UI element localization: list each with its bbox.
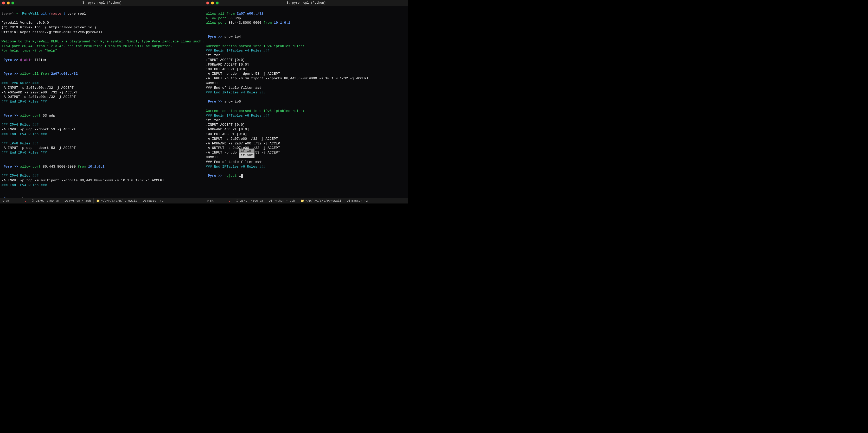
rules-begin: ### Begin IPTables v4 Rules ### — [206, 49, 270, 53]
terminal-content-right[interactable]: allow all from 2a07:e00::/32 allow port … — [204, 6, 408, 184]
close-icon[interactable] — [2, 2, 5, 4]
prompt-dir: PyreWall — [22, 12, 38, 16]
terminal-pane-right: 3. pyre repl (Python) allow all from 2a0… — [204, 0, 408, 198]
rules-line: COMMIT — [206, 155, 218, 159]
rules-line: -A OUTPUT -s 2a07:e00::/32 -j ACCEPT — [2, 95, 76, 99]
welcome-text: llow port 80,443 from 1.2.3.4", and the … — [2, 44, 173, 48]
rules-line: :OUTPUT ACCEPT [0:0] — [206, 132, 247, 136]
python-icon: ⎇ — [65, 199, 68, 203]
status-clock-value: 26/9, 3:59 am — [36, 199, 59, 203]
rules-line: :INPUT ACCEPT [0:0] — [206, 58, 245, 62]
repl-input: allow port — [20, 114, 43, 118]
status-folder[interactable]: 📁 ~/D/P/C/S/p/PyreWall — [298, 198, 344, 204]
rules-footer: ### End IPv4 Rules ### — [2, 132, 47, 136]
maximize-icon[interactable] — [11, 2, 14, 4]
rules-footer: ### End IPv6 Rules ### — [2, 100, 47, 103]
status-folder[interactable]: 📁 ~/D/P/C/S/p/PyreWall — [94, 198, 140, 204]
autocomplete-item[interactable]: if-out — [239, 153, 254, 158]
sparkline-icon — [10, 199, 26, 202]
git-label: git:( — [40, 12, 51, 16]
rules-line: -A FORWARD -s 2a07:e00::/32 -j ACCEPT — [206, 142, 282, 146]
branch-icon: ⎇ — [347, 199, 350, 203]
minimize-icon[interactable] — [7, 2, 10, 4]
repl-input-typed[interactable]: i — [239, 174, 241, 178]
rules-end: ### End IPTables v6 Rules ### — [206, 165, 266, 168]
repl-input: 80,443,8000-9000 — [43, 165, 78, 168]
cursor-icon — [241, 174, 243, 178]
rules-end: ### End IPTables v4 Rules ### — [206, 91, 266, 94]
status-lang: ⎇ Python • zsh — [266, 198, 298, 204]
status-branch[interactable]: ⎇ master ↑2 — [140, 198, 166, 204]
window-title: 3. pyre repl (Python) — [204, 1, 408, 5]
repl-input-ip: 2a07:e00::/32 — [51, 72, 78, 76]
titlebar-right: 3. pyre repl (Python) — [204, 0, 408, 6]
statusbar-left: ⚙ 7% ⏱ 26/9, 3:59 am ⎇ Python • zsh 📁 ~/… — [0, 198, 204, 204]
rules-line: -A INPUT -p tcp -m multiport --dports 80… — [206, 76, 368, 81]
rules-begin: ### Begin IPTables v6 Rules ### — [206, 114, 270, 118]
status-cpu-value: 6% — [210, 199, 214, 203]
section-header: Current session parsed into IPv4 iptable… — [206, 44, 305, 48]
status-folder-value: ~/D/P/C/S/p/PyreWall — [306, 199, 341, 203]
cpu-icon: ⚙ — [3, 199, 4, 203]
repl-prompt: Pyre >> — [4, 165, 18, 168]
repl-input: allow all from — [20, 72, 51, 76]
repl-input-ip: 10.1.0.1 — [88, 165, 104, 168]
close-icon[interactable] — [206, 2, 209, 4]
window-title: 3. pyre repl (Python) — [0, 1, 204, 5]
rules-line: -A INPUT -p tcp -m multiport --dports 80… — [2, 179, 164, 182]
venv-label: (venv) — [2, 12, 14, 16]
rules-line: -A INPUT -s 2a07:e00::/32 -j ACCEPT — [2, 86, 74, 90]
branch-icon: ⎇ — [143, 199, 146, 203]
repl-prompt: Pyre >> — [4, 72, 18, 76]
folder-icon: 📁 — [301, 199, 304, 203]
rules-line: ### End of table filter ### — [206, 160, 261, 164]
status-clock: ⏱ 26/9, 4:00 am — [233, 198, 266, 204]
repl-input: from — [78, 165, 88, 168]
rules-line: *filter — [206, 53, 220, 57]
repl-prompt: Pyre >> — [4, 58, 18, 62]
python-icon: ⎇ — [269, 199, 272, 203]
rules-line: -A INPUT -p udp --dport 53 -j ACCEPT — [206, 72, 280, 76]
terminal-pane-left: 3. pyre repl (Python) (venv) → PyreWall … — [0, 0, 204, 198]
repl-prompt: Pyre >> — [208, 174, 222, 178]
repl-input: 53 — [43, 114, 49, 118]
rules-line: -A FORWARD -s 2a07:e00::/32 -j ACCEPT — [2, 91, 78, 94]
repl-input: show ip6 — [224, 100, 241, 103]
rule-line: allow all from — [206, 12, 237, 16]
maximize-icon[interactable] — [216, 2, 219, 4]
status-cpu: ⚙ 6% — [204, 198, 233, 204]
rules-line: :FORWARD ACCEPT [0:0] — [206, 63, 249, 67]
welcome-text: For help, type \? or "help" — [2, 49, 57, 53]
rules-line: COMMIT — [206, 81, 218, 85]
status-clock-value: 26/9, 4:00 am — [240, 199, 263, 203]
rules-line: -A INPUT -p udp --dport 53 -j ACCEPT — [2, 127, 76, 131]
status-folder-value: ~/D/P/C/S/p/PyreWall — [101, 199, 137, 203]
clock-icon: ⏱ — [236, 199, 239, 203]
status-branch[interactable]: ⎇ master ↑2 — [344, 198, 370, 204]
banner-line: Official Repo: https://github.com/Privex… — [2, 30, 102, 34]
minimize-icon[interactable] — [211, 2, 214, 4]
folder-icon: 📁 — [96, 199, 100, 203]
rule-line: 53 udp — [228, 17, 241, 20]
shell-command: pyre repl — [67, 12, 86, 16]
rules-header: ### IPv4 Rules ### — [2, 123, 38, 127]
repl-input: allow port — [20, 165, 43, 168]
status-clock: ⏱ 26/9, 3:59 am — [29, 198, 62, 204]
repl-input[interactable]: reject — [224, 174, 239, 178]
rules-header: ### IPv6 Rules ### — [2, 142, 38, 146]
rules-footer: ### End IPv6 Rules ### — [2, 151, 47, 155]
traffic-lights — [204, 2, 219, 4]
rules-line: :OUTPUT ACCEPT [0:0] — [206, 67, 247, 71]
autocomplete-item[interactable]: if-in — [239, 149, 254, 153]
repl-input: filter — [35, 58, 47, 62]
repl-prompt: Pyre >> — [208, 100, 222, 103]
repl-prompt: Pyre >> — [4, 114, 18, 118]
autocomplete-popup[interactable]: if-in if-out — [239, 149, 254, 158]
rule-ip: 10.1.0.1 — [274, 21, 290, 25]
rules-line: :FORWARD ACCEPT [0:0] — [206, 127, 249, 131]
git-branch: master — [51, 12, 63, 16]
status-cpu: ⚙ 7% — [0, 198, 29, 204]
rules-line: :INPUT ACCEPT [0:0] — [206, 123, 245, 127]
terminal-content-left[interactable]: (venv) → PyreWall git:(master) pyre repl… — [0, 6, 204, 198]
rules-line: ### End of table filter ### — [206, 86, 261, 90]
